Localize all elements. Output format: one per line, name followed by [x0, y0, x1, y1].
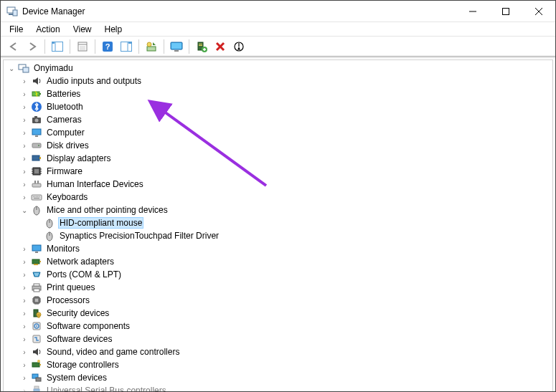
- category-mice[interactable]: ⌄ Mice and other pointing devices: [19, 204, 552, 216]
- uninstall-button[interactable]: [212, 39, 229, 54]
- category-keyboards[interactable]: › Keyboards: [19, 191, 552, 204]
- monitor-icon: [31, 243, 42, 254]
- chevron-right-icon[interactable]: ›: [19, 321, 29, 331]
- category-hid[interactable]: › Human Interface Devices: [19, 178, 552, 191]
- device-hid-mouse[interactable]: › HID-compliant mouse: [32, 216, 552, 229]
- chevron-right-icon[interactable]: ›: [19, 334, 29, 344]
- svg-rect-35: [23, 67, 29, 72]
- chevron-right-icon[interactable]: ›: [19, 89, 29, 99]
- update-driver-button[interactable]: [143, 39, 160, 54]
- category-swcomp[interactable]: › Software components: [19, 320, 552, 333]
- arrow-left-icon: [9, 42, 19, 52]
- add-legacy-hardware-button[interactable]: [193, 39, 210, 54]
- properties-button[interactable]: [74, 39, 91, 54]
- svg-rect-112: [34, 389, 39, 391]
- svg-rect-84: [34, 289, 39, 292]
- svg-rect-110: [36, 378, 41, 381]
- category-cameras[interactable]: › Cameras: [19, 113, 552, 126]
- category-batteries[interactable]: › Batteries: [19, 87, 552, 100]
- category-disk[interactable]: › Disk drives: [19, 139, 552, 152]
- svg-rect-19: [128, 42, 131, 44]
- svg-rect-9: [52, 42, 55, 44]
- help-button[interactable]: ?: [99, 39, 116, 54]
- menu-view[interactable]: View: [67, 24, 98, 35]
- category-monitors[interactable]: › Monitors: [19, 242, 552, 255]
- close-button[interactable]: [522, 1, 555, 22]
- sound-icon: [31, 346, 42, 358]
- category-sysdev[interactable]: › System devices: [19, 371, 552, 384]
- options-button[interactable]: [118, 39, 135, 54]
- svg-rect-23: [171, 43, 182, 49]
- menu-file[interactable]: File: [4, 24, 29, 35]
- category-computer[interactable]: › Computer: [19, 126, 552, 139]
- svg-rect-27: [199, 45, 202, 46]
- tree-pane[interactable]: ⌄ Onyimadu › Audio inputs and outputs › …: [1, 57, 555, 391]
- svg-rect-74: [32, 259, 39, 264]
- svg-rect-111: [34, 386, 39, 389]
- svg-rect-2: [13, 10, 17, 16]
- chevron-right-icon[interactable]: ›: [19, 128, 29, 138]
- menu-action[interactable]: Action: [30, 24, 65, 35]
- svg-rect-107: [39, 364, 41, 365]
- category-audio[interactable]: › Audio inputs and outputs: [19, 75, 552, 87]
- category-ports[interactable]: › Ports (COM & LPT): [19, 268, 552, 281]
- back-button[interactable]: [5, 39, 22, 54]
- device-synaptics[interactable]: › Synaptics PrecisionTouchpad Filter Dri…: [32, 229, 552, 242]
- chevron-right-icon[interactable]: ›: [19, 115, 29, 125]
- chevron-right-icon[interactable]: ›: [19, 244, 29, 254]
- chevron-right-icon[interactable]: ›: [19, 153, 29, 163]
- svg-rect-4: [503, 8, 509, 14]
- chevron-right-icon[interactable]: ›: [19, 373, 29, 383]
- chevron-down-icon[interactable]: ⌄: [6, 63, 17, 73]
- maximize-button[interactable]: [489, 1, 522, 22]
- svg-rect-61: [34, 196, 35, 197]
- category-firmware[interactable]: › Firmware: [19, 165, 552, 178]
- svg-text:?: ?: [105, 42, 110, 51]
- svg-point-104: [36, 325, 37, 327]
- category-storage[interactable]: › Storage controllers: [19, 358, 552, 371]
- chevron-right-icon[interactable]: ›: [19, 269, 29, 279]
- chevron-right-icon[interactable]: ›: [19, 257, 29, 267]
- category-usb[interactable]: › Universal Serial Bus controllers: [19, 384, 552, 391]
- computer-root-icon: [18, 62, 29, 74]
- tree-root[interactable]: ⌄ Onyimadu: [6, 62, 552, 75]
- chevron-right-icon[interactable]: ›: [19, 192, 29, 202]
- chevron-right-icon[interactable]: ›: [19, 282, 29, 292]
- chevron-right-icon[interactable]: ›: [19, 179, 29, 189]
- update-driver-icon: [146, 41, 157, 52]
- category-security[interactable]: › Security devices: [19, 307, 552, 320]
- chevron-down-icon[interactable]: ⌄: [19, 205, 29, 215]
- svg-rect-20: [147, 47, 156, 51]
- svg-point-78: [36, 273, 37, 274]
- chevron-right-icon[interactable]: ›: [19, 102, 29, 112]
- svg-rect-65: [34, 198, 39, 199]
- category-bluetooth[interactable]: › Bluetooth: [19, 100, 552, 113]
- chevron-right-icon[interactable]: ›: [19, 76, 29, 86]
- chevron-right-icon[interactable]: ›: [19, 360, 29, 370]
- menu-help[interactable]: Help: [99, 24, 128, 35]
- category-swdev[interactable]: › Software devices: [19, 333, 552, 345]
- ports-icon: [31, 269, 42, 280]
- mouse-icon: [44, 217, 55, 229]
- chevron-right-icon[interactable]: ›: [19, 140, 29, 150]
- hid-icon: [31, 178, 42, 190]
- chevron-right-icon[interactable]: ›: [19, 347, 29, 357]
- chevron-right-icon[interactable]: ›: [19, 308, 29, 318]
- category-printq[interactable]: › Print queues: [19, 281, 552, 294]
- svg-point-40: [35, 119, 39, 123]
- x-icon: [215, 42, 225, 52]
- show-tree-button[interactable]: [49, 39, 66, 54]
- category-display[interactable]: › Display adapters: [19, 152, 552, 165]
- svg-rect-56: [32, 183, 41, 187]
- scan-hardware-button[interactable]: [168, 39, 185, 54]
- category-processors[interactable]: › Processors: [19, 294, 552, 307]
- chevron-right-icon[interactable]: ›: [19, 166, 29, 176]
- chevron-right-icon[interactable]: ›: [19, 386, 29, 391]
- selected-device-label: HID-compliant mouse: [58, 217, 143, 229]
- forward-button[interactable]: [24, 39, 41, 54]
- disable-button[interactable]: [230, 39, 248, 54]
- chevron-right-icon[interactable]: ›: [19, 295, 29, 305]
- category-sound[interactable]: › Sound, video and game controllers: [19, 345, 552, 358]
- minimize-button[interactable]: [456, 1, 489, 22]
- category-network[interactable]: › Network adapters: [19, 255, 552, 268]
